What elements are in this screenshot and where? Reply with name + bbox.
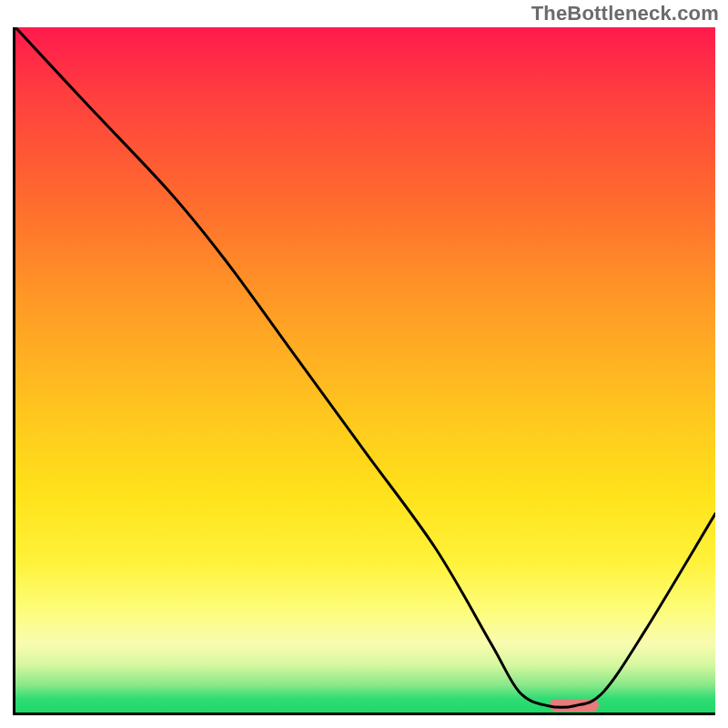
plot-area (13, 27, 715, 715)
chart-container: TheBottleneck.com (0, 0, 728, 728)
bottleneck-curve (15, 27, 715, 713)
watermark-text: TheBottleneck.com (531, 2, 719, 25)
